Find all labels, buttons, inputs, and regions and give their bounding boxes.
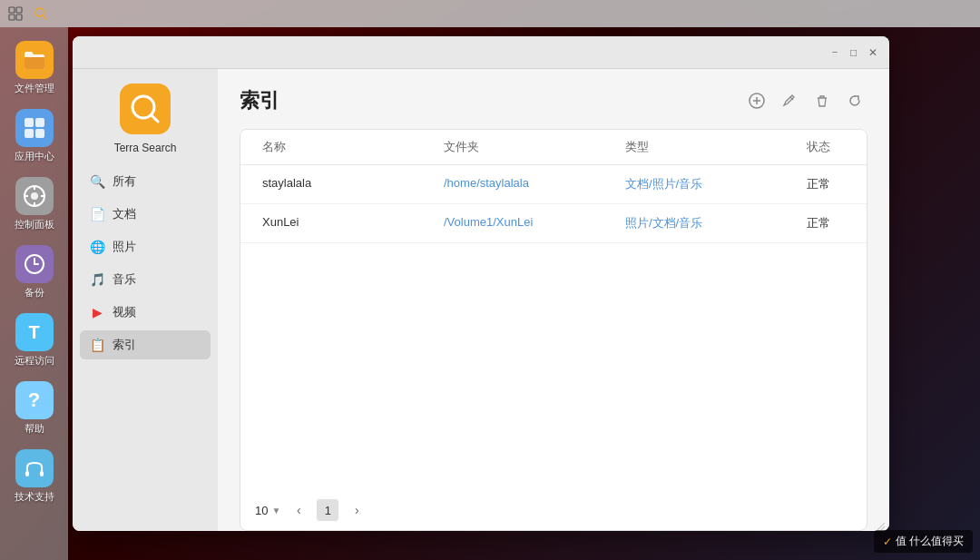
dock-item-help[interactable]: ? 帮助 (5, 377, 64, 440)
svg-rect-7 (35, 118, 44, 127)
per-page-select[interactable]: 10 ▼ (255, 504, 280, 517)
toolbar-actions (744, 88, 867, 113)
window-close-button[interactable]: ✕ (867, 46, 878, 58)
row1-status: 正常 (799, 165, 852, 203)
dock-label-tech-support: 技术支持 (15, 490, 54, 504)
main-window: － □ ✕ Terra Search 🔍 所有 (73, 36, 889, 531)
nav-photo-label: 照片 (113, 239, 136, 255)
nav-photo-icon: 🌐 (89, 239, 105, 255)
control-panel-icon (15, 177, 54, 215)
nav-item-video[interactable]: ▶ 视频 (80, 298, 211, 327)
dock-item-app-center[interactable]: 应用中心 (5, 104, 64, 168)
page-title: 索引 (240, 87, 279, 114)
pagination-prev-button[interactable]: ‹ (288, 499, 309, 521)
svg-rect-1 (16, 7, 22, 13)
row2-name: XunLei (255, 204, 436, 242)
per-page-dropdown-icon: ▼ (271, 506, 280, 516)
content-header: 索引 (240, 87, 867, 114)
dock-item-file-manager[interactable]: 文件管理 (5, 36, 64, 100)
watermark: ✓ 值 什么值得买 (874, 530, 973, 553)
nav-index-icon: 📋 (89, 337, 105, 353)
dock-label-app-center: 应用中心 (15, 150, 54, 163)
sidebar-dock: 文件管理 应用中心 (0, 27, 68, 560)
svg-line-20 (152, 115, 158, 122)
index-table: 名称 文件夹 类型 状态 staylalala /home/staylalala… (240, 129, 867, 531)
window-minimize-button[interactable]: － (828, 46, 840, 58)
dock-item-backup[interactable]: 备份 (5, 241, 64, 304)
row1-name: staylalala (255, 165, 436, 203)
desktop: 文件管理 应用中心 (0, 0, 980, 560)
help-icon: ? (15, 381, 54, 419)
refresh-index-button[interactable] (842, 88, 867, 113)
pagination-next-button[interactable]: › (346, 499, 368, 521)
dock-item-control-panel[interactable]: 控制面板 (5, 172, 64, 236)
svg-rect-17 (25, 471, 29, 476)
table-header: 名称 文件夹 类型 状态 (240, 130, 867, 165)
backup-icon (15, 245, 54, 283)
dock-label-remote-access: 远程访问 (15, 354, 54, 368)
table-body: staylalala /home/staylalala 文档/照片/音乐 正常 … (240, 165, 867, 490)
taskbar-search-icon[interactable] (33, 5, 49, 22)
taskbar-top (0, 0, 980, 27)
window-titlebar: － □ ✕ (73, 36, 889, 69)
resize-handle[interactable] (877, 518, 887, 529)
watermark-text: 值 什么值得买 (896, 534, 964, 549)
dock-label-help: 帮助 (24, 422, 44, 436)
nav-app-name: Terra Search (114, 142, 177, 154)
nav-all-icon: 🔍 (89, 173, 105, 190)
dock-item-remote-access[interactable]: T 远程访问 (5, 309, 64, 372)
nav-video-icon: ▶ (89, 304, 105, 320)
row2-type: 照片/文档/音乐 (618, 204, 799, 242)
col-header-name: 名称 (255, 130, 436, 164)
tech-support-icon (15, 449, 54, 487)
pagination: 10 ▼ ‹ 1 › (240, 490, 867, 530)
svg-point-11 (31, 192, 38, 200)
row2-folder: /Volume1/XunLei (436, 204, 618, 242)
nav-video-label: 视频 (113, 304, 136, 320)
per-page-value: 10 (255, 504, 268, 517)
file-manager-icon (15, 41, 54, 79)
taskbar-window-icon[interactable] (7, 5, 24, 22)
nav-all-label: 所有 (113, 173, 136, 190)
svg-rect-6 (24, 118, 34, 127)
col-header-status: 状态 (799, 130, 852, 164)
row1-folder: /home/staylalala (436, 165, 618, 203)
nav-item-index[interactable]: 📋 索引 (80, 330, 211, 359)
dock-label-control-panel: 控制面板 (15, 218, 54, 231)
app-logo (120, 84, 171, 134)
row1-type: 文档/照片/音乐 (618, 165, 799, 203)
table-row[interactable]: staylalala /home/staylalala 文档/照片/音乐 正常 (240, 165, 867, 204)
window-body: Terra Search 🔍 所有 📄 文档 🌐 照片 🎵 音乐 (73, 69, 889, 531)
svg-rect-9 (35, 129, 44, 138)
svg-rect-18 (40, 471, 44, 476)
delete-index-button[interactable] (809, 88, 835, 113)
remote-access-icon: T (15, 313, 54, 351)
window-maximize-button[interactable]: □ (848, 46, 859, 58)
nav-document-icon: 📄 (89, 206, 105, 222)
app-center-icon (15, 109, 54, 147)
col-header-type: 类型 (618, 130, 799, 164)
nav-music-label: 音乐 (113, 271, 136, 288)
nav-document-label: 文档 (113, 206, 136, 222)
content-area: 索引 (218, 69, 889, 531)
nav-item-all[interactable]: 🔍 所有 (80, 167, 211, 196)
svg-rect-8 (24, 129, 34, 138)
edit-index-button[interactable] (777, 88, 802, 113)
nav-item-document[interactable]: 📄 文档 (80, 200, 211, 229)
row2-status: 正常 (799, 204, 852, 242)
svg-line-5 (43, 15, 46, 19)
watermark-icon: ✓ (883, 535, 892, 548)
add-index-button[interactable] (744, 88, 769, 113)
col-header-folder: 文件夹 (436, 130, 618, 164)
table-row[interactable]: XunLei /Volume1/XunLei 照片/文档/音乐 正常 (240, 204, 867, 243)
nav-music-icon: 🎵 (89, 271, 105, 288)
nav-item-photo[interactable]: 🌐 照片 (80, 232, 211, 261)
svg-rect-0 (9, 7, 15, 13)
dock-label-backup: 备份 (24, 286, 44, 300)
pagination-current-page: 1 (317, 499, 338, 521)
dock-item-tech-support[interactable]: 技术支持 (5, 445, 64, 508)
svg-rect-2 (9, 15, 15, 20)
nav-panel: Terra Search 🔍 所有 📄 文档 🌐 照片 🎵 音乐 (73, 69, 218, 531)
nav-item-music[interactable]: 🎵 音乐 (80, 265, 211, 294)
dock-label-file-manager: 文件管理 (15, 82, 54, 95)
